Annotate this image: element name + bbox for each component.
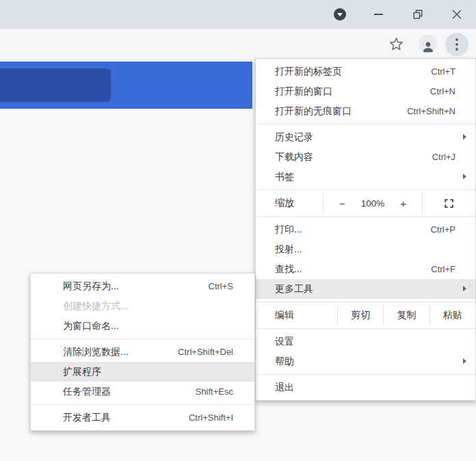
menu-item-new-tab[interactable]: 打开新的标签页Ctrl+T <box>256 62 475 81</box>
menu-item-shortcut: Ctrl+N <box>430 86 455 96</box>
submenu-arrow-icon <box>463 134 466 140</box>
menu-item-more-tools[interactable]: 更多工具 <box>256 279 475 299</box>
menu-separator <box>256 216 475 217</box>
menu-item-help[interactable]: 帮助 <box>256 352 475 371</box>
edit-copy-button[interactable]: 复制 <box>383 305 429 326</box>
toolbar-right-icons <box>387 29 468 60</box>
menu-item-task-manager[interactable]: 任务管理器Shift+Esc <box>31 382 254 401</box>
menu-item-clear-browsing-data[interactable]: 清除浏览数据...Ctrl+Shift+Del <box>31 342 254 362</box>
menu-item-developer-tools[interactable]: 开发者工具Ctrl+Shift+I <box>31 408 254 427</box>
menu-item-print[interactable]: 打印...Ctrl+P <box>256 220 475 239</box>
zoom-label-cell: 缩放 <box>256 193 323 213</box>
menu-item-label: 打开新的标签页 <box>275 66 431 78</box>
menu-item-save-page-as[interactable]: 网页另存为...Ctrl+S <box>31 276 254 296</box>
restore-icon <box>413 10 423 19</box>
menu-item-label: 任务管理器 <box>63 386 196 398</box>
menu-item-label: 设置 <box>275 336 455 348</box>
menu-item-shortcut: Ctrl+Shift+N <box>407 106 455 116</box>
menu-item-label: 查找... <box>275 263 431 276</box>
zoom-out-button[interactable]: − <box>337 198 347 209</box>
menu-item-new-incognito-window[interactable]: 打开新的无痕窗口Ctrl+Shift+N <box>256 101 475 121</box>
bookmark-star-button[interactable] <box>387 36 405 53</box>
edit-cut-button[interactable]: 剪切 <box>337 305 383 326</box>
menu-item-label: 退出 <box>275 382 455 394</box>
page-banner-box <box>0 68 111 102</box>
toolbar <box>0 29 476 60</box>
more-tools-submenu: 网页另存为...Ctrl+S创建快捷方式...为窗口命名...清除浏览数据...… <box>30 273 255 431</box>
menu-item-label: 下载内容 <box>275 151 432 163</box>
menu-item-shortcut: Ctrl+S <box>209 281 233 291</box>
menu-dots-icon <box>455 38 458 51</box>
menu-item-downloads[interactable]: 下载内容Ctrl+J <box>256 147 475 167</box>
menu-item-label: 为窗口命名... <box>63 320 233 332</box>
menu-item-label: 更多工具 <box>275 283 455 295</box>
menu-item-bookmarks[interactable]: 书签 <box>256 167 475 187</box>
profile-button[interactable] <box>419 35 437 53</box>
browser-main-menu: 打开新的标签页Ctrl+T打开新的窗口Ctrl+N打开新的无痕窗口Ctrl+Sh… <box>255 58 476 401</box>
edit-label: 编辑 <box>275 309 294 321</box>
menu-item-create-shortcut: 创建快捷方式... <box>31 296 254 316</box>
menu-item-new-window[interactable]: 打开新的窗口Ctrl+N <box>256 81 475 101</box>
edit-label-cell: 编辑 <box>256 305 337 326</box>
menu-item-settings[interactable]: 设置 <box>256 332 475 352</box>
menu-item-label: 扩展程序 <box>63 366 233 378</box>
menu-item-label: 创建快捷方式... <box>63 300 233 313</box>
menu-item-label: 清除浏览数据... <box>63 346 178 358</box>
menu-item-zoom: 缩放−100%+ <box>256 193 475 213</box>
restore-button[interactable] <box>398 0 437 29</box>
window-controls <box>334 0 476 29</box>
menu-item-shortcut: Ctrl+F <box>431 264 455 274</box>
menu-separator <box>31 404 254 405</box>
submenu-arrow-icon <box>463 286 466 291</box>
menu-item-exit[interactable]: 退出 <box>256 378 475 397</box>
menu-separator <box>256 124 475 124</box>
tab-search-button[interactable] <box>334 8 346 21</box>
menu-item-shortcut: Ctrl+Shift+I <box>189 412 233 423</box>
zoom-in-button[interactable]: + <box>398 198 408 209</box>
fullscreen-button[interactable] <box>443 198 455 209</box>
menu-item-name-window[interactable]: 为窗口命名... <box>31 316 254 336</box>
fullscreen-icon <box>445 199 453 208</box>
menu-item-label: 书签 <box>275 171 455 183</box>
menu-item-extensions[interactable]: 扩展程序 <box>31 362 254 382</box>
menu-button[interactable] <box>445 33 468 56</box>
menu-item-label: 投射... <box>275 243 455 256</box>
page-blue-banner <box>0 62 252 109</box>
bookmark-star-icon <box>389 37 404 51</box>
menu-item-label: 网页另存为... <box>63 280 209 293</box>
zoom-level-value: 100% <box>361 198 385 209</box>
zoom-label: 缩放 <box>275 197 294 209</box>
submenu-arrow-icon <box>463 358 466 364</box>
minimize-icon <box>374 14 383 15</box>
menu-item-shortcut: Ctrl+T <box>431 66 455 77</box>
menu-item-cast[interactable]: 投射... <box>256 239 475 259</box>
menu-separator <box>256 189 475 190</box>
menu-item-label: 打印... <box>275 224 431 236</box>
titlebar <box>0 0 476 29</box>
menu-item-shortcut: Ctrl+J <box>432 152 455 162</box>
menu-item-label: 开发者工具 <box>63 412 189 424</box>
minimize-button[interactable] <box>359 0 398 29</box>
chevron-down-icon <box>337 13 343 16</box>
menu-item-label: 打开新的窗口 <box>275 85 430 98</box>
fullscreen-cell <box>423 193 475 213</box>
menu-item-label: 历史记录 <box>275 131 455 144</box>
menu-item-find[interactable]: 查找...Ctrl+F <box>256 259 475 279</box>
menu-separator <box>31 339 254 339</box>
menu-item-edit: 编辑剪切复制粘贴 <box>256 305 475 326</box>
close-button[interactable] <box>437 0 476 29</box>
menu-item-label: 打开新的无痕窗口 <box>275 105 407 118</box>
profile-avatar-icon <box>421 40 435 53</box>
menu-separator <box>256 302 475 302</box>
submenu-arrow-icon <box>463 174 466 179</box>
browser-window: 打开新的标签页Ctrl+T打开新的窗口Ctrl+N打开新的无痕窗口Ctrl+Sh… <box>0 0 476 461</box>
zoom-controls-cell: −100%+ <box>323 193 423 213</box>
menu-separator <box>256 374 475 375</box>
edit-paste-button[interactable]: 粘贴 <box>429 305 475 326</box>
menu-item-shortcut: Shift+Esc <box>196 386 233 397</box>
menu-item-label: 帮助 <box>275 356 455 368</box>
menu-item-history[interactable]: 历史记录 <box>256 127 475 147</box>
close-icon <box>452 10 462 19</box>
menu-item-shortcut: Ctrl+Shift+Del <box>178 347 233 357</box>
menu-separator <box>256 328 475 329</box>
